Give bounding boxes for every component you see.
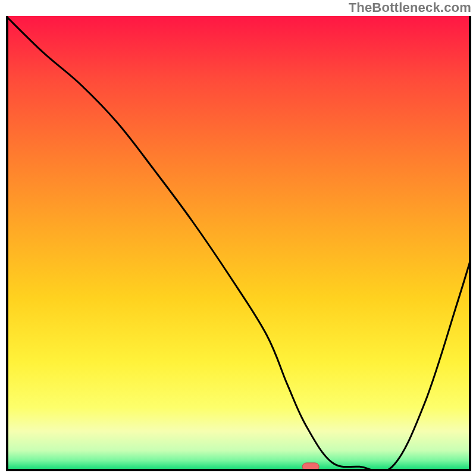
chart-frame [6, 16, 471, 471]
background-gradient [6, 16, 471, 471]
chart-stage: TheBottleneck.com [0, 0, 476, 476]
watermark-text: TheBottleneck.com [349, 0, 471, 15]
chart-svg [6, 16, 471, 471]
